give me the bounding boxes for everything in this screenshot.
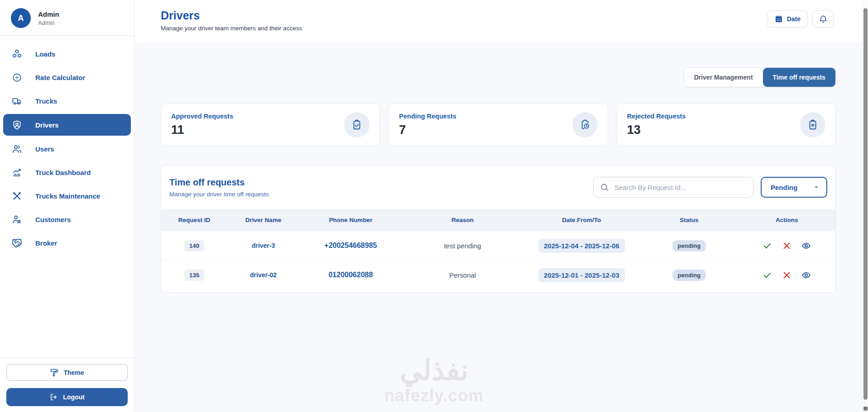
sidebar-item-customers[interactable]: Customers [0, 208, 134, 231]
sidebar-item-trucks-maintenance[interactable]: Trucks Maintenance [0, 184, 134, 208]
column-header: Status [640, 217, 738, 223]
sidebar-item-label: Truck Dashboard [35, 169, 91, 176]
section-title: Time off requests [169, 177, 269, 188]
main-content: Drivers Manage your driver team members … [134, 0, 868, 412]
stat-label: Approved Requests [171, 113, 233, 120]
chevron-down-icon [813, 184, 820, 191]
page-subtitle: Manage your driver team members and thei… [161, 25, 302, 32]
reason: Personal [449, 271, 476, 279]
sidebar-item-drivers[interactable]: Drivers [3, 114, 131, 136]
sidebar-item-trucks[interactable]: Trucks [0, 89, 134, 113]
column-header: Driver Name [227, 217, 299, 223]
sidebar-item-label: Loads [35, 50, 55, 58]
loads-icon [12, 48, 23, 59]
approve-button[interactable] [762, 270, 773, 280]
bell-icon [819, 14, 828, 24]
column-header: Reason [402, 217, 523, 223]
rate-calculator-icon [12, 72, 23, 83]
reason: test pending [444, 242, 481, 250]
shield-user-icon [12, 119, 23, 130]
eye-icon [801, 270, 811, 280]
user-role: Admin [38, 19, 59, 26]
check-icon [762, 241, 772, 251]
search-icon [600, 183, 609, 192]
sidebar-item-label: Trucks [35, 97, 57, 105]
clipboard-x-icon [800, 112, 825, 137]
scrollbar[interactable] [863, 0, 868, 412]
sidebar-item-broker[interactable]: Broker [0, 231, 134, 255]
check-icon [762, 270, 772, 280]
column-header: Request ID [161, 217, 227, 223]
notifications-button[interactable] [812, 10, 834, 28]
sidebar-item-label: Users [35, 145, 54, 153]
paint-roller-icon [50, 368, 59, 377]
driver-name: driver-02 [250, 271, 277, 279]
logout-button[interactable]: Logout [6, 388, 128, 406]
view-button[interactable] [801, 270, 812, 280]
x-icon [782, 241, 791, 251]
tab-driver-management[interactable]: Driver Management [684, 68, 763, 87]
sidebar-item-loads[interactable]: Loads [0, 42, 134, 66]
x-icon [782, 270, 791, 280]
table-header-row: Request ID Driver Name Phone Number Reas… [161, 209, 835, 231]
page-header: Drivers Manage your driver team members … [134, 0, 868, 43]
user-profile: A Admin Admin [0, 0, 134, 35]
sidebar-item-truck-dashboard[interactable]: Truck Dashboard [0, 161, 134, 184]
scrollbar-thumb[interactable] [863, 8, 868, 400]
page-title: Drivers [161, 9, 302, 22]
status-filter-dropdown[interactable]: Pending [761, 177, 827, 198]
column-header: Phone Number [299, 217, 402, 223]
calendar-icon [774, 14, 783, 24]
sidebar-item-label: Customers [35, 216, 71, 223]
stat-card-approved: Approved Requests 11 [161, 104, 380, 146]
sidebar: A Admin Admin Loads Rate Calculator [0, 0, 134, 412]
reject-button[interactable] [782, 270, 792, 280]
app-window: A Admin Admin Loads Rate Calculator [0, 0, 868, 412]
stat-value: 7 [399, 123, 456, 137]
clipboard-clock-icon [572, 112, 598, 137]
sidebar-footer: Theme Logout [0, 358, 134, 412]
sidebar-item-label: Trucks Maintenance [35, 192, 100, 200]
theme-button[interactable]: Theme [6, 364, 128, 381]
column-header: Actions [739, 217, 835, 223]
search-box [593, 177, 753, 198]
sidebar-item-label: Broker [35, 239, 57, 247]
view-toggle: Driver Management Time off requests [684, 67, 836, 87]
sidebar-nav: Loads Rate Calculator Trucks Drivers [0, 36, 134, 358]
sidebar-item-rate-calculator[interactable]: Rate Calculator [0, 66, 134, 89]
section-subtitle: Manage your driver time off requests [169, 191, 269, 198]
approve-button[interactable] [762, 240, 773, 251]
clipboard-check-icon [344, 112, 369, 137]
driver-name: driver-3 [252, 242, 275, 249]
avatar: A [11, 8, 31, 28]
sidebar-item-users[interactable]: Users [0, 137, 134, 161]
eye-icon [801, 241, 811, 251]
stat-card-pending: Pending Requests 7 [388, 104, 608, 146]
reject-button[interactable] [782, 240, 792, 251]
status-filter-value: Pending [771, 184, 797, 191]
stat-label: Rejected Requests [627, 113, 686, 120]
request-id-badge: 140 [184, 240, 205, 251]
tools-icon [12, 190, 23, 201]
search-input[interactable] [614, 184, 747, 191]
theme-button-label: Theme [63, 369, 84, 376]
sidebar-item-label: Rate Calculator [35, 74, 85, 81]
logout-icon [49, 393, 58, 402]
request-id-badge: 135 [184, 270, 205, 281]
users-icon [12, 143, 23, 154]
time-off-requests-panel: Time off requests Manage your driver tim… [161, 166, 836, 293]
stats-row: Approved Requests 11 Pending Requests 7 [161, 104, 836, 146]
view-button[interactable] [801, 240, 812, 251]
logout-button-label: Logout [63, 393, 84, 401]
row-actions [739, 240, 835, 251]
date-button-label: Date [787, 15, 801, 23]
panel-controls: Pending [593, 177, 827, 198]
requests-table: Request ID Driver Name Phone Number Reas… [161, 209, 835, 289]
content-area: Driver Management Time off requests Appr… [134, 43, 868, 412]
stat-label: Pending Requests [399, 113, 456, 120]
date-button[interactable]: Date [767, 10, 808, 28]
column-header: Date From/To [523, 217, 640, 223]
tab-time-off-requests[interactable]: Time off requests [763, 68, 835, 87]
table-row: 140 driver-3 +200254668985 test pending … [161, 231, 835, 260]
tabs-row: Driver Management Time off requests [161, 67, 836, 87]
